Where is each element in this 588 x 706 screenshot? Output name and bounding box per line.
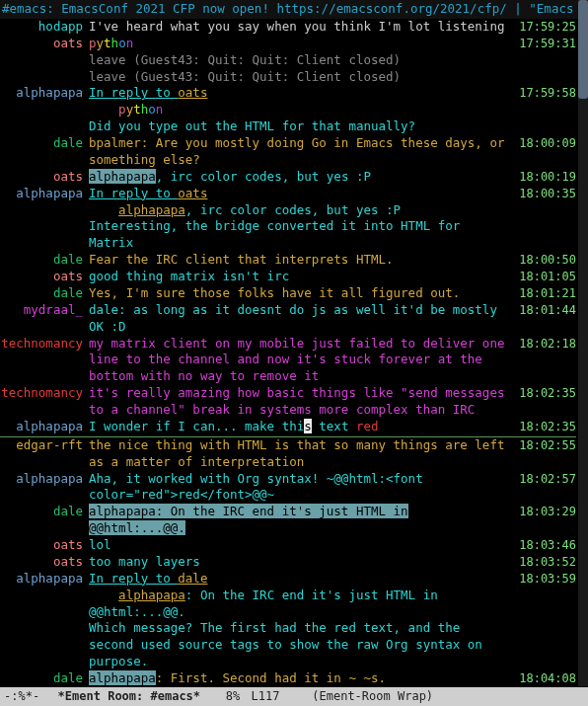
message-body: Yes, I'm sure those folks have it all fi…	[89, 285, 511, 302]
text: red	[356, 419, 379, 433]
nick: oats	[0, 36, 89, 52]
text: Did you type out the HTML for that manua…	[89, 118, 415, 133]
message-body: alphapapa, irc color codes, but yes :P	[89, 169, 511, 186]
chat-row: daleFear the IRC client that interprets …	[0, 252, 576, 269]
timestamp	[511, 52, 576, 69]
timestamp: 18:00:19	[511, 169, 576, 186]
message-body: leave (Guest43: Quit: Quit: Client close…	[89, 69, 511, 86]
text: leave (Guest43: Quit: Quit: Client close…	[89, 69, 401, 84]
message-body: Which message? The first had the red tex…	[89, 620, 511, 670]
nick: technomancy	[0, 336, 89, 386]
modeline-percent: 8%	[226, 688, 240, 704]
nick: alphapapa	[0, 186, 89, 202]
nick: mydraal_	[0, 302, 89, 336]
reply-link[interactable]: dale	[178, 571, 207, 586]
chat-row: oatslol18:03:46	[0, 537, 576, 554]
chat-row: oatstoo many layers18:03:52	[0, 554, 576, 571]
message-body: In reply to oats	[89, 186, 511, 202]
chat-row: alphapapa, irc color codes, but yes :P	[0, 202, 576, 219]
nick: oats	[0, 269, 89, 285]
text: Interesting, the bridge converted it int…	[89, 218, 460, 250]
chat-row: oatsalphapapa, irc color codes, but yes …	[0, 169, 576, 186]
nick	[0, 69, 89, 86]
timestamp	[511, 620, 576, 670]
nick: technomancy	[0, 385, 89, 419]
chat-row: python	[0, 102, 576, 118]
reply-link[interactable]: oats	[178, 186, 207, 200]
text: leave (Guest43: Quit: Quit: Client close…	[89, 52, 401, 67]
message-body: I wonder if I can... make this text red	[89, 419, 511, 435]
timestamp: 18:00:09	[511, 135, 576, 169]
message-body: alphapapa, irc color codes, but yes :P	[89, 202, 511, 219]
text: , irc color codes, but yes :P	[185, 202, 401, 217]
chat-row: leave (Guest43: Quit: Quit: Client close…	[0, 69, 576, 86]
message-body: it's really amazing how basic things lik…	[89, 385, 511, 419]
timestamp: 18:04:08	[511, 670, 576, 687]
channel-topic: #emacs: EmacsConf 2021 CFP now open! htt…	[0, 0, 588, 19]
text: good thing matrix isn't irc	[89, 269, 289, 283]
message-body: python	[89, 102, 511, 118]
chat-row: alphapapaIn reply to oats17:59:58	[0, 85, 576, 102]
text: I've heard what you say when you think I…	[89, 19, 504, 34]
reply-link[interactable]: In reply to	[89, 85, 178, 100]
timestamp: 18:03:46	[511, 537, 576, 554]
text: Which message? The first had the red tex…	[89, 620, 482, 668]
chat-row: technomancymy matrix client on my mobile…	[0, 336, 576, 386]
nick: dale	[0, 285, 89, 302]
text: the nice thing with HTML is that so many…	[89, 437, 504, 469]
message-body: bpalmer: Are you mostly doing Go in Emac…	[89, 135, 511, 169]
timestamp: 18:01:44	[511, 302, 576, 336]
text-cursor: s	[304, 419, 312, 433]
chat-row: dalealphapapa: First. Second had it in ~…	[0, 670, 576, 687]
timestamp: 18:02:55	[511, 437, 576, 471]
timestamp: 17:59:25	[511, 19, 576, 36]
chat-row: Interesting, the bridge converted it int…	[0, 218, 576, 252]
modeline-left: -:%*-	[4, 688, 39, 704]
modeline-line: L117	[251, 688, 279, 704]
nick: dale	[0, 135, 89, 169]
nick	[0, 102, 89, 118]
message-body: the nice thing with HTML is that so many…	[89, 437, 511, 471]
chat-row: Which message? The first had the red tex…	[0, 620, 576, 670]
chat-row: alphapapaAha, it worked with Org syntax!…	[0, 471, 576, 505]
reply-link[interactable]: In reply to	[89, 571, 178, 586]
text: text	[312, 419, 356, 433]
message-body: Did you type out the HTML for that manua…	[89, 118, 511, 135]
nick: oats	[0, 169, 89, 186]
chat-row: leave (Guest43: Quit: Quit: Client close…	[0, 52, 576, 69]
mention-highlight: alphapapa: On the IRC end it's just HTML…	[89, 504, 408, 535]
chat-row: technomancyit's really amazing how basic…	[0, 385, 576, 419]
timestamp	[511, 69, 576, 86]
modeline: -:%*- *Ement Room: #emacs* 8% L117 (Emen…	[0, 687, 588, 706]
timestamp	[511, 218, 576, 252]
nick: alphapapa	[0, 419, 89, 435]
reply-link[interactable]: alphapapa	[118, 588, 185, 602]
timestamp	[511, 102, 576, 118]
mention-highlight: alphapapa	[89, 670, 156, 685]
timestamp: 18:03:52	[511, 554, 576, 571]
nick: oats	[0, 554, 89, 571]
chat-row: hodappI've heard what you say when you t…	[0, 19, 576, 36]
timestamp: 18:02:18	[511, 336, 576, 386]
text: Aha, it worked with Org syntax! ~@@html:…	[89, 471, 423, 503]
reply-link[interactable]: alphapapa	[118, 202, 185, 217]
text: it's really amazing how basic things lik…	[89, 385, 504, 417]
message-body: alphapapa: First. Second had it in ~ ~s.	[89, 670, 511, 687]
text: , irc color codes, but yes :P	[156, 169, 371, 184]
chat-row: alphapapaIn reply to dale18:03:59	[0, 571, 576, 588]
message-body: In reply to dale	[89, 571, 511, 588]
scrollbar-thumb[interactable]	[578, 0, 588, 99]
nick: alphapapa	[0, 85, 89, 102]
timestamp: 17:59:31	[511, 36, 576, 52]
message-body: dale: as long as it doesnt do js as well…	[89, 302, 511, 336]
text: Yes, I'm sure those folks have it all fi…	[89, 285, 460, 300]
reply-link[interactable]: oats	[178, 85, 207, 100]
chat-row: alphapapaIn reply to oats18:00:35	[0, 186, 576, 202]
nick: dale	[0, 670, 89, 687]
reply-link[interactable]: In reply to	[89, 186, 178, 200]
message-body: alphapapa: On the IRC end it's just HTML…	[89, 504, 511, 537]
chat-row: oatsgood thing matrix isn't irc18:01:05	[0, 269, 576, 285]
timestamp: 18:00:50	[511, 252, 576, 269]
scrollbar-track[interactable]	[578, 0, 588, 686]
timestamp: 18:03:29	[511, 504, 576, 537]
